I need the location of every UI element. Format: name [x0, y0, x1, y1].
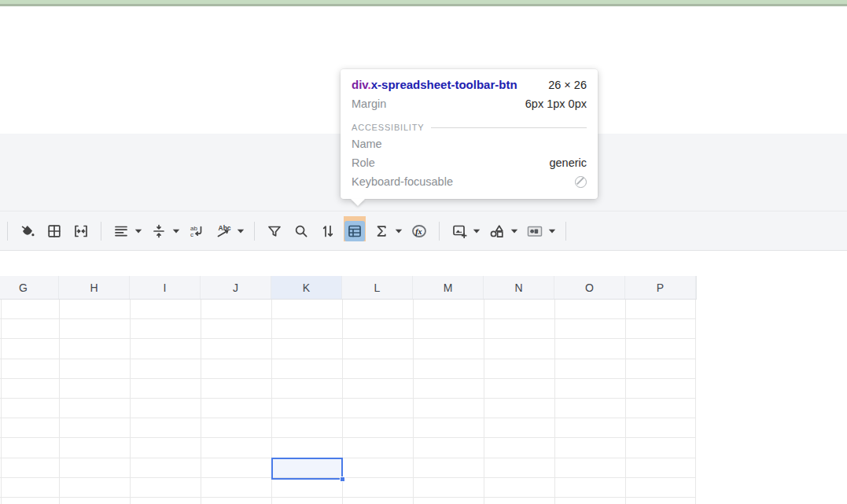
toolbar-divider — [254, 222, 255, 241]
column-header-i[interactable]: I — [130, 276, 201, 299]
text-rotation-button[interactable]: Abc — [213, 221, 234, 241]
toolbar-divider — [439, 222, 440, 241]
insert-shapes-caret[interactable] — [509, 221, 520, 241]
devtools-inspect-tooltip: div.x-spreadsheet-toolbar-btn 26 × 26 Ma… — [341, 69, 598, 199]
insert-image-caret[interactable] — [471, 221, 482, 241]
shapes-icon — [489, 223, 505, 239]
borders-grid-icon — [46, 223, 62, 239]
highlight-band-dark — [0, 4, 847, 6]
column-header-row: G H I J K L M N O P — [0, 276, 697, 300]
image-plus-icon — [451, 223, 467, 239]
svg-text:Abc: Abc — [219, 224, 231, 232]
column-header-p[interactable]: P — [625, 276, 696, 299]
spreadsheet-grid[interactable] — [0, 300, 696, 504]
column-header-g[interactable]: G — [0, 276, 59, 299]
section-rule — [431, 127, 587, 128]
devtools-highlight-band — [0, 0, 847, 6]
sort-arrows-icon — [320, 223, 336, 239]
vertical-align-button[interactable] — [149, 221, 169, 241]
valign-middle-icon — [151, 223, 167, 239]
margin-value: 6px 1px 0px — [525, 94, 587, 113]
toolbar-divider — [7, 222, 8, 241]
table-icon — [347, 223, 363, 239]
insert-chart-button[interactable] — [525, 221, 545, 241]
text-rotation-caret[interactable] — [235, 221, 246, 241]
functions-sum-caret[interactable] — [393, 221, 404, 241]
merge-cells-button[interactable] — [71, 221, 91, 241]
column-header-j[interactable]: J — [201, 276, 271, 299]
selected-cell[interactable] — [271, 458, 343, 480]
a11y-name-label: Name — [352, 134, 382, 153]
sort-button[interactable] — [318, 221, 338, 241]
toolbar-divider — [101, 222, 101, 241]
insert-image-button[interactable] — [449, 221, 470, 241]
chevron-down-icon — [134, 229, 142, 234]
spreadsheet-toolbar: ab c Abc — [0, 212, 847, 251]
tooltip-arrow — [351, 199, 365, 206]
search-button[interactable] — [291, 221, 311, 241]
chevron-down-icon — [395, 229, 403, 234]
chevron-down-icon — [172, 229, 180, 234]
functions-sum-button[interactable] — [371, 221, 392, 241]
svg-text:fx: fx — [415, 227, 422, 236]
not-allowed-icon — [575, 176, 587, 188]
accessibility-section-header: ACCESSIBILITY — [352, 120, 587, 134]
borders-button[interactable] — [44, 221, 64, 241]
paint-bucket-icon — [20, 223, 35, 239]
text-wrap-button[interactable]: ab c — [186, 221, 207, 241]
chart-placeholder-icon — [526, 223, 543, 239]
column-header-k-selected[interactable]: K — [271, 276, 342, 299]
text-rotation-icon: Abc — [215, 223, 231, 239]
fx-circle-icon: fx — [411, 223, 428, 240]
chevron-down-icon — [473, 229, 481, 234]
element-class: x-spreadsheet-toolbar-btn — [371, 78, 517, 91]
svg-text:c: c — [190, 231, 193, 238]
fill-color-button[interactable] — [17, 221, 38, 241]
sigma-icon — [374, 223, 389, 239]
magnifier-icon — [293, 223, 309, 239]
vertical-align-caret[interactable] — [171, 221, 182, 241]
named-function-button[interactable]: fx — [409, 221, 429, 241]
a11y-role-label: Role — [352, 153, 375, 172]
fill-handle[interactable] — [340, 476, 345, 482]
a11y-focusable-label: Keyboard-focusable — [352, 172, 453, 191]
column-header-m[interactable]: M — [413, 276, 484, 299]
element-tag: div — [352, 78, 368, 91]
column-header-o[interactable]: O — [554, 276, 625, 299]
horizontal-align-button[interactable] — [111, 221, 131, 241]
insert-shapes-button[interactable] — [487, 221, 507, 241]
align-left-icon — [113, 223, 129, 239]
funnel-icon — [267, 223, 282, 239]
chevron-down-icon — [510, 229, 518, 234]
column-header-n[interactable]: N — [484, 276, 554, 299]
accessibility-title: ACCESSIBILITY — [352, 123, 424, 132]
a11y-role-value: generic — [549, 153, 587, 172]
column-header-l[interactable]: L — [342, 276, 413, 299]
chevron-down-icon — [548, 229, 556, 234]
chevron-down-icon — [237, 229, 245, 234]
filter-button[interactable] — [264, 221, 285, 241]
column-header-h[interactable]: H — [59, 276, 130, 299]
horizontal-align-caret[interactable] — [133, 221, 144, 241]
element-selector: div.x-spreadsheet-toolbar-btn — [352, 75, 517, 94]
margin-label: Margin — [352, 94, 386, 113]
element-dimensions: 26 × 26 — [548, 75, 587, 94]
toolbar-divider — [565, 222, 566, 241]
text-wrap-icon: ab c — [189, 223, 204, 239]
table-button-inspected[interactable] — [344, 221, 365, 241]
merge-cells-icon — [73, 223, 89, 239]
insert-chart-caret[interactable] — [547, 221, 558, 241]
